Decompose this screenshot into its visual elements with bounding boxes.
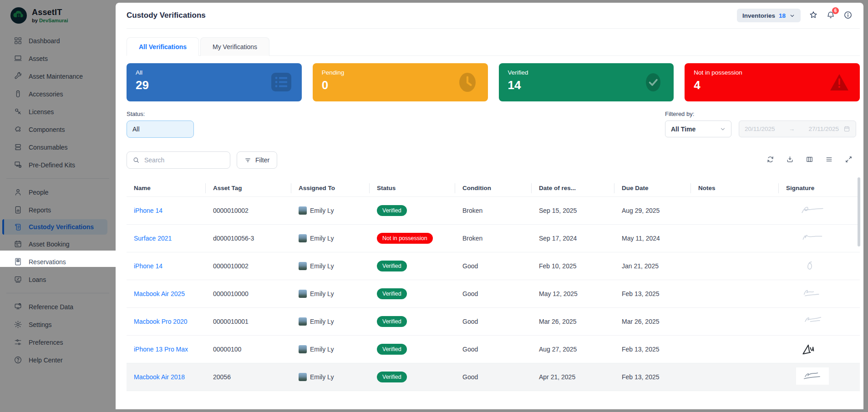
status-badge: Verified [377,372,407,382]
booking-icon [14,240,22,248]
sidebar-item-label: Asset Maintenance [29,73,83,80]
sidebar-item-licenses[interactable]: Licenses [0,103,116,121]
sidebar-item-components[interactable]: Components [0,121,116,138]
tabbar: All VerificationsMy Verifications [127,37,860,56]
asset-name-link[interactable]: Surface 2021 [134,235,172,242]
notifications-button[interactable]: 6 [826,10,835,21]
density-icon [825,156,833,165]
stat-card-all[interactable]: All29 [127,63,302,101]
date-of-res-cell: Sep 17, 2024 [532,224,614,252]
sidebar-item-help-center[interactable]: Help Center [0,351,116,369]
asset-tag-cell: 20056 [206,363,291,391]
asset-tag-cell: d000010056-3 [206,224,291,252]
filtered-by-label: Filtered by: [665,111,856,117]
inventories-dropdown[interactable]: Inventories 18 [737,9,801,22]
density-button[interactable] [825,156,833,165]
table-row: Surface 2021d000010056-3Emily LyNot in p… [127,224,860,252]
favorites-button[interactable] [809,10,818,21]
sidebar-item-assets[interactable]: Assets [0,50,116,67]
notes-cell [691,224,779,252]
app-logo-icon [10,7,27,24]
due-date-cell: Feb 13, 2025 [614,335,691,363]
maintenance-icon [14,72,22,80]
status-badge: Not in possession [377,233,433,244]
download-button[interactable] [786,156,794,165]
search-input-wrapper [127,151,230,169]
column-header-assigned-to[interactable]: Assigned To [291,180,370,196]
info-button[interactable] [843,10,853,21]
due-date-cell: Mar 26, 2025 [614,307,691,335]
sidebar-item-preferences[interactable]: Preferences [0,333,116,351]
brand-name: DevSamurai [39,18,68,23]
stat-card-verified[interactable]: Verified14 [499,63,674,101]
header-actions: Inventories 18 6 [737,9,853,22]
sidebar-item-pre-defined-kits[interactable]: Pre-Defined Kits [0,156,116,174]
vertical-scrollbar-thumb[interactable] [858,177,860,246]
asset-name-link[interactable]: Macbook Air 2025 [134,290,185,297]
asset-name-link[interactable]: iPhone 14 [134,262,162,270]
status-cell: Not in possession [370,224,455,252]
asset-tag-cell: IT01 [206,391,291,396]
sidebar-item-label: Dashboard [29,37,60,45]
sidebar-item-accessories[interactable]: Accessories [0,85,116,103]
date-of-res-cell: Feb 10, 2025 [532,252,614,280]
asset-tag-cell: 0000010002 [206,252,291,280]
asset-name-link[interactable]: iPhone 14 [134,207,162,214]
stat-label: All [136,69,293,76]
asset-name-link[interactable]: iPhone 13 Pro Max [134,346,188,353]
table-row: iPhone 140000010002Emily LyVerifiedGoodF… [127,252,860,280]
sidebar-item-asset-maintenance[interactable]: Asset Maintenance [0,67,116,85]
table-toolbar: Filter [127,151,860,169]
date-arrow: → [780,126,804,132]
stat-card-not-in-possession[interactable]: Not in possession4 [685,63,860,101]
sidebar-item-reservations[interactable]: Reservations [0,253,116,271]
filter-button[interactable]: Filter [237,151,277,169]
date-to: 27/11/2025 [808,126,839,132]
filter-lines-icon [244,157,251,164]
tab-my-verifications[interactable]: My Verifications [200,37,269,56]
column-header-name[interactable]: Name [127,180,206,196]
column-header-date-of-res-[interactable]: Date of res... [532,180,614,196]
reservations-icon [14,257,22,266]
status-select[interactable]: All [127,121,194,138]
column-header-status[interactable]: Status [370,180,455,196]
app-logo: AssetIT by DevSamurai [0,0,116,29]
date-range-input[interactable]: 20/11/2025 → 27/11/2025 [739,121,856,137]
asset-name-link[interactable]: Macbook Pro 2020 [134,318,188,325]
sidebar-item-loans[interactable]: Loans [0,271,116,288]
column-header-condition[interactable]: Condition [455,180,532,196]
column-header-due-date[interactable]: Due Date [614,180,691,196]
sidebar-item-people[interactable]: People [0,183,116,201]
sidebar-item-settings[interactable]: Settings [0,316,116,333]
status-cell: Verified [370,307,455,335]
column-header-asset-tag[interactable]: Asset Tag [206,180,291,196]
status-cell: Verified [370,252,455,280]
sidebar-item-dashboard[interactable]: Dashboard [0,32,116,50]
status-filter: Status: All [127,111,194,138]
sidebar-item-custody-verifications[interactable]: Custody Verifications [0,219,116,235]
asset-name-link[interactable]: Macbook Air 2018 [134,373,185,381]
column-header-notes[interactable]: Notes [691,180,779,196]
search-input[interactable] [143,156,224,164]
expand-button[interactable] [845,156,853,165]
assignee-name: Emily Ly [310,346,334,353]
column-header-signature[interactable]: Signature [779,180,860,196]
tab-all-verifications[interactable]: All Verifications [127,37,199,56]
stat-label: Pending [322,69,479,76]
signature-image [798,231,827,246]
page-title: Custody Verifications [127,11,206,20]
sidebar-item-reference-data[interactable]: Reference Data [0,298,116,316]
condition-cell: Good [455,252,532,280]
date-of-res-cell: May 12, 2025 [532,280,614,307]
condition-cell: Good [455,363,532,391]
sidebar-item-label: Settings [29,321,52,328]
sidebar-item-consumables[interactable]: Consumables [0,138,116,156]
sidebar-item-asset-booking[interactable]: Asset Booking [0,235,116,253]
sidebar-item-reports[interactable]: Reports [0,201,116,219]
columns-button[interactable] [806,156,813,165]
refresh-button[interactable] [766,156,774,165]
stat-card-pending[interactable]: Pending0 [313,63,488,101]
date-of-res-cell: Apr 21, 2025 [532,363,614,391]
time-range-select[interactable]: All Time [665,121,731,137]
sidebar-item-label: Assets [29,55,48,62]
